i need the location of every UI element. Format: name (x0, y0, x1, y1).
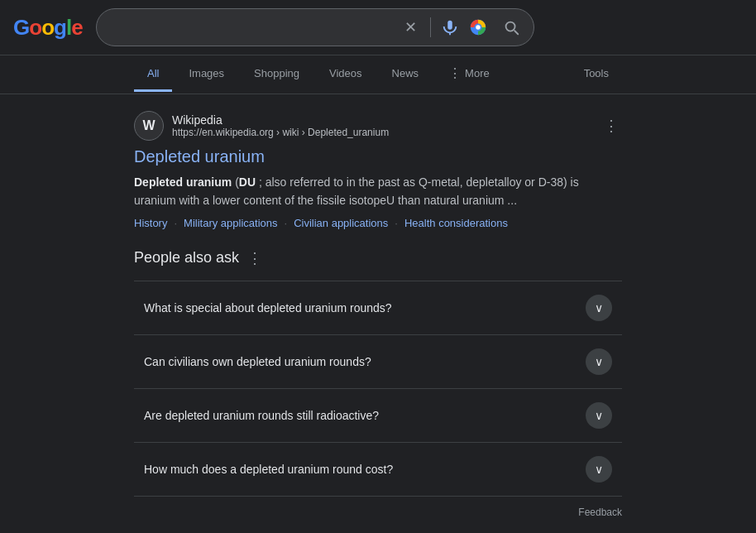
google-logo[interactable]: Google (13, 15, 83, 41)
nav-tabs: All Images Shopping Videos News ⋮ More T… (0, 55, 756, 94)
paa-question-4: How much does a depleted uranium round c… (144, 463, 393, 476)
paa-question-3: Are depleted uranium rounds still radioa… (144, 409, 379, 422)
search-bar: depleted uranium rounds ✕ (96, 8, 534, 46)
result-more-button[interactable]: ⋮ (600, 113, 622, 138)
link-separator-1: · (174, 217, 177, 229)
search-button[interactable] (502, 18, 520, 36)
search-input[interactable]: depleted uranium rounds (110, 20, 395, 35)
paa-item-3[interactable]: Are depleted uranium rounds still radioa… (134, 388, 622, 442)
tab-all[interactable]: All (134, 57, 172, 92)
tab-shopping[interactable]: Shopping (241, 57, 313, 92)
result-source: W Wikipedia https://en.wikipedia.org › w… (134, 111, 622, 141)
paa-expand-icon-4: ∨ (586, 456, 612, 483)
result-links: History · Military applications · Civili… (134, 217, 622, 229)
search-icons: ✕ (401, 16, 520, 39)
feedback-bar: Feedback (134, 500, 622, 525)
paa-expand-icon-1: ∨ (586, 295, 612, 321)
result-link-health[interactable]: Health considerations (404, 217, 508, 229)
header: Google depleted uranium rounds ✕ (0, 0, 756, 55)
search-result: W Wikipedia https://en.wikipedia.org › w… (134, 111, 622, 229)
more-dots-icon: ⋮ (448, 65, 462, 81)
paa-menu-button[interactable]: ⋮ (247, 249, 262, 267)
tab-news[interactable]: News (379, 57, 433, 92)
people-also-ask-section: People also ask ⋮ What is special about … (134, 249, 622, 497)
result-bold-term: Depleted uranium (134, 175, 232, 189)
tab-tools[interactable]: Tools (571, 57, 622, 92)
paa-title: People also ask (134, 249, 239, 266)
source-url: https://en.wikipedia.org › wiki › Deplet… (172, 127, 592, 138)
paa-question-1: What is special about depleted uranium r… (144, 301, 392, 315)
paa-item-1[interactable]: What is special about depleted uranium r… (134, 281, 622, 334)
clear-button[interactable]: ✕ (401, 18, 420, 36)
link-separator-2: · (285, 217, 288, 229)
tab-images[interactable]: Images (175, 57, 237, 92)
main-content: W Wikipedia https://en.wikipedia.org › w… (0, 94, 756, 533)
result-link-military[interactable]: Military applications (184, 217, 277, 229)
result-title[interactable]: Depleted uranium (134, 147, 622, 166)
result-abbr: DU (239, 175, 256, 189)
link-separator-3: · (395, 217, 398, 229)
paa-expand-icon-3: ∨ (586, 402, 612, 429)
vertical-divider (430, 17, 431, 37)
paa-question-2: Can civilians own depleted uranium round… (144, 355, 371, 368)
paa-expand-icon-2: ∨ (586, 348, 612, 375)
feedback-button[interactable]: Feedback (578, 507, 622, 518)
source-info: Wikipedia https://en.wikipedia.org › wik… (172, 113, 592, 138)
paa-item-4[interactable]: How much does a depleted uranium round c… (134, 442, 622, 497)
paa-item-2[interactable]: Can civilians own depleted uranium round… (134, 334, 622, 388)
result-link-history[interactable]: History (134, 217, 167, 229)
microphone-icon[interactable] (441, 18, 459, 36)
svg-point-0 (476, 25, 481, 30)
source-name: Wikipedia (172, 113, 592, 127)
wikipedia-avatar: W (134, 111, 164, 141)
result-description: Depleted uranium (DU ; also referred to … (134, 173, 622, 210)
result-link-civilian[interactable]: Civilian applications (294, 217, 388, 229)
tab-more[interactable]: ⋮ More (435, 55, 503, 94)
paa-header: People also ask ⋮ (134, 249, 622, 267)
google-lens-icon[interactable] (469, 16, 492, 39)
tab-videos[interactable]: Videos (316, 57, 376, 92)
